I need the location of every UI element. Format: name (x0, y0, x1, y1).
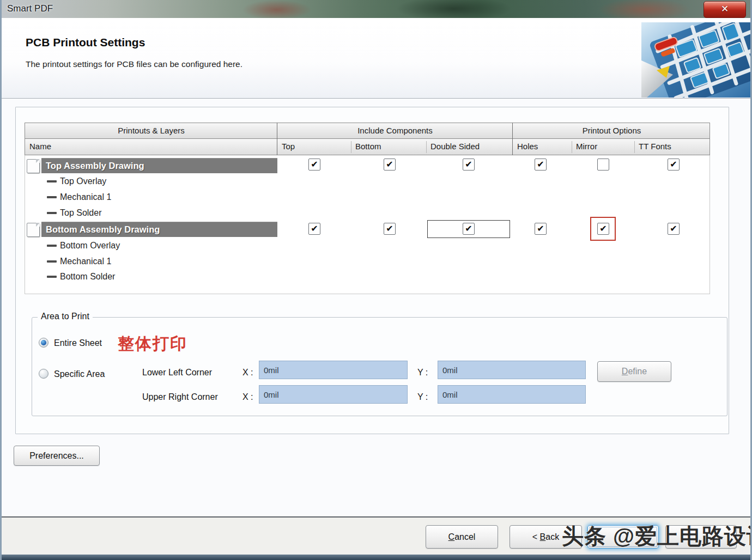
column-tt-fonts[interactable]: TT Fonts (634, 139, 711, 154)
printout-row-bottom-assembly[interactable]: Bottom Assembly Drawing (25, 222, 277, 237)
layer-row[interactable]: Bottom Overlay (25, 238, 277, 253)
layer-color-icon (47, 245, 57, 247)
table-section-divider (512, 123, 513, 155)
layer-color-icon (47, 276, 57, 278)
table-column-header: Name Top Bottom Double Sided Holes Mirro… (25, 139, 710, 155)
column-holes[interactable]: Holes (513, 139, 572, 154)
preferences-button[interactable]: Preferences... (14, 446, 100, 466)
layer-name: Mechanical 1 (60, 192, 111, 202)
column-double-sided[interactable]: Double Sided (426, 139, 513, 154)
checkbox-mirror-1[interactable] (597, 159, 609, 171)
x-label: X : (242, 392, 253, 402)
layer-name: Bottom Overlay (60, 241, 120, 251)
define-button[interactable]: Define (597, 361, 671, 382)
upper-right-x-input[interactable] (259, 385, 408, 404)
layer-color-icon (47, 212, 57, 214)
column-mirror[interactable]: Mirror (572, 139, 634, 154)
y-label: Y : (417, 392, 428, 402)
column-bottom[interactable]: Bottom (351, 139, 426, 154)
page-title: PCB Printout Settings (26, 36, 145, 49)
page-subtitle: The printout settings for PCB files can … (26, 59, 242, 69)
checkbox-holes-2[interactable]: ✔ (535, 223, 547, 235)
y-label: Y : (417, 368, 428, 378)
entire-sheet-radio[interactable] (39, 338, 48, 348)
table-group-header: Printouts & Layers Include Components Pr… (25, 123, 710, 139)
checkbox-bottom-2[interactable]: ✔ (384, 223, 396, 235)
entire-sheet-label[interactable]: Entire Sheet (54, 338, 102, 348)
layer-color-icon (47, 196, 57, 198)
upper-right-y-input[interactable] (438, 385, 586, 404)
column-name[interactable]: Name (25, 139, 277, 154)
x-label: X : (242, 368, 253, 378)
group-header-printout-options: Printout Options (513, 123, 711, 138)
checkbox-bottom-1[interactable]: ✔ (384, 159, 396, 171)
checkbox-tt-fonts-1[interactable]: ✔ (668, 159, 680, 171)
printout-row-top-assembly[interactable]: Top Assembly Drawing (25, 158, 277, 173)
layer-color-icon (47, 260, 57, 263)
layer-row[interactable]: Mechanical 1 (25, 190, 277, 205)
checkbox-holes-1[interactable]: ✔ (535, 159, 547, 171)
watermark-text: 头条 @爱上电路设计 (562, 521, 752, 551)
specific-area-label[interactable]: Specific Area (54, 369, 105, 379)
printouts-table: Printouts & Layers Include Components Pr… (25, 123, 710, 294)
window-title: Smart PDF (7, 3, 53, 14)
chinese-annotation: 整体打印 (118, 333, 187, 355)
window-bottom-edge (2, 555, 750, 560)
printout-name: Top Assembly Drawing (41, 161, 144, 171)
checkbox-top-1[interactable]: ✔ (308, 159, 320, 171)
document-icon (27, 223, 40, 237)
table-body: Top Assembly Drawing ✔ ✔ ✔ ✔ ✔ Top Overl… (25, 155, 710, 294)
cancel-button[interactable]: Cancel (426, 525, 498, 549)
title-bar[interactable]: Smart PDF ✕ (2, 0, 750, 19)
area-to-print-legend: Area to Print (38, 312, 93, 321)
lower-left-x-input[interactable] (259, 361, 408, 379)
layer-name: Top Overlay (60, 176, 106, 186)
table-section-divider (277, 123, 277, 155)
close-button[interactable]: ✕ (704, 1, 746, 18)
wizard-header: PCB Printout Settings The printout setti… (2, 18, 750, 99)
layer-row[interactable]: Top Overlay (25, 174, 277, 189)
printout-name: Bottom Assembly Drawing (41, 224, 160, 235)
layer-color-icon (47, 180, 57, 182)
pcb-artwork-image (641, 22, 750, 98)
lower-left-y-input[interactable] (438, 361, 586, 379)
layer-row[interactable]: Bottom Solder (25, 269, 277, 284)
layer-name: Bottom Solder (60, 272, 115, 282)
layer-name: Mechanical 1 (60, 257, 111, 266)
lower-left-corner-label: Lower Left Corner (142, 368, 212, 378)
group-header-include-components: Include Components (277, 123, 513, 138)
checkbox-top-2[interactable]: ✔ (308, 223, 320, 235)
smart-pdf-dialog: Smart PDF ✕ PCB Printout Settings The pr… (0, 0, 752, 560)
layer-row[interactable]: Top Solder (25, 205, 277, 221)
layer-name: Top Solder (60, 208, 102, 218)
checkbox-tt-fonts-2[interactable]: ✔ (668, 223, 680, 235)
document-icon (27, 159, 40, 173)
close-icon: ✕ (721, 4, 729, 14)
group-header-printouts-layers: Printouts & Layers (25, 123, 277, 138)
checkbox-double-sided-2[interactable]: ✔ (463, 223, 475, 235)
checkbox-mirror-2[interactable]: ✔ (597, 223, 609, 235)
upper-right-corner-label: Upper Right Corner (142, 392, 218, 402)
checkbox-double-sided-1[interactable]: ✔ (463, 159, 475, 171)
specific-area-radio[interactable] (39, 369, 48, 379)
layer-row[interactable]: Mechanical 1 (25, 254, 277, 269)
main-content: Printouts & Layers Include Components Pr… (2, 99, 750, 516)
column-top[interactable]: Top (277, 139, 351, 154)
